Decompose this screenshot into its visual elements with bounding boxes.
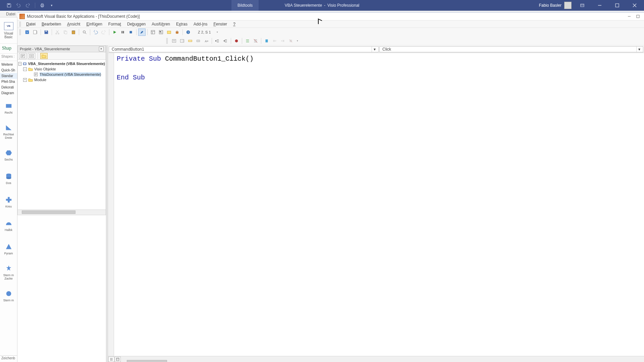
toolbar-grip[interactable]: [166, 38, 168, 44]
folder-modules[interactable]: + Module: [18, 77, 105, 82]
menu-view[interactable]: Ansicht: [64, 21, 83, 27]
outdent-icon[interactable]: [222, 37, 229, 45]
menu-format[interactable]: Format: [106, 21, 124, 27]
chevron-down-icon[interactable]: ▾: [636, 47, 642, 52]
project-hscrollbar[interactable]: [17, 210, 106, 215]
insert-module-icon[interactable]: [32, 28, 39, 36]
toolbar-grip[interactable]: [19, 29, 21, 35]
undo-icon[interactable]: [92, 28, 99, 36]
redo-icon[interactable]: [100, 28, 107, 36]
shape-cross[interactable]: Kreu: [0, 190, 17, 214]
stencil-item[interactable]: Dekorati: [0, 84, 17, 90]
shape-rectangle[interactable]: Recht: [0, 97, 17, 120]
sheet-tab[interactable]: Zeichenb: [0, 355, 17, 362]
toggle-breakpoint-icon[interactable]: [233, 37, 240, 45]
qat-customize-icon[interactable]: ▼: [49, 2, 55, 8]
find-icon[interactable]: [81, 28, 88, 36]
contextual-tab[interactable]: Bildtools: [231, 0, 259, 11]
break-icon[interactable]: [119, 28, 126, 36]
menu-tools[interactable]: Extras: [173, 21, 190, 27]
minimize-button[interactable]: [593, 0, 606, 11]
menu-debug[interactable]: Debuggen: [124, 21, 148, 27]
menu-run[interactable]: Ausführen: [149, 21, 173, 27]
vba-minimize-button[interactable]: [625, 13, 633, 19]
print-icon[interactable]: [39, 2, 45, 8]
shape-right-triangle[interactable]: Rechtwi Dreie: [0, 120, 17, 143]
stencil-item[interactable]: Quick-Sh: [0, 67, 17, 73]
shape-hexagon[interactable]: Sechs: [0, 143, 17, 167]
object-dropdown[interactable]: CommandButton1 ▾: [109, 46, 379, 52]
maximize-button[interactable]: [610, 0, 624, 11]
procedure-view-icon[interactable]: [108, 357, 114, 362]
stencil-item[interactable]: Weitere: [0, 62, 17, 67]
comment-block-icon[interactable]: [244, 37, 251, 45]
redo-icon[interactable]: [25, 2, 31, 8]
uncomment-block-icon[interactable]: [252, 37, 259, 45]
ribbon-options-icon[interactable]: [576, 0, 589, 11]
menu-window[interactable]: Fenster: [211, 21, 230, 27]
toolbar-overflow[interactable]: [216, 28, 218, 36]
view-visio-icon[interactable]: [23, 28, 31, 36]
vba-titlebar[interactable]: Microsoft Visual Basic for Applications …: [17, 12, 644, 20]
next-bookmark-icon[interactable]: [271, 37, 278, 45]
list-properties-icon[interactable]: [170, 37, 178, 45]
toggle-folders-icon[interactable]: [40, 53, 48, 59]
list-constants-icon[interactable]: [178, 37, 186, 45]
copy-icon[interactable]: [62, 28, 69, 36]
help-icon[interactable]: ?: [184, 28, 192, 36]
stencil-item[interactable]: Diagram: [0, 90, 17, 96]
menu-edit[interactable]: Bearbeiten: [39, 21, 64, 27]
project-root[interactable]: − VBA_Steuerelemente (VBA Steuerelemente…: [18, 61, 105, 66]
vba-maximize-button[interactable]: [634, 13, 642, 19]
toggle-bookmark-icon[interactable]: [263, 37, 270, 45]
shape-star[interactable]: Stern m: [0, 284, 17, 308]
toolbar-overflow[interactable]: [297, 37, 299, 45]
menu-insert[interactable]: Einfügen: [84, 21, 105, 27]
complete-word-icon[interactable]: A+: [203, 37, 210, 45]
close-button[interactable]: [628, 0, 641, 11]
prev-bookmark-icon[interactable]: [279, 37, 286, 45]
toolbox-icon[interactable]: [173, 28, 181, 36]
project-tree[interactable]: − VBA_Steuerelemente (VBA Steuerelemente…: [17, 60, 106, 210]
indent-icon[interactable]: [214, 37, 221, 45]
full-module-view-icon[interactable]: [115, 357, 121, 362]
menu-help[interactable]: ?: [230, 21, 238, 27]
quick-info-icon[interactable]: [186, 37, 194, 45]
parameter-info-icon[interactable]: [195, 37, 202, 45]
code-editor[interactable]: Private Sub CommandButton1_Click() End S…: [108, 53, 644, 356]
paste-icon[interactable]: [70, 28, 77, 36]
file-tab[interactable]: Datei: [3, 11, 19, 17]
folder-visio-objects[interactable]: − Visio Objekte: [18, 66, 105, 72]
menu-addins[interactable]: Add-Ins: [191, 21, 210, 27]
stencil-item[interactable]: Pfeil-Sha: [0, 79, 17, 84]
shape-pyramid[interactable]: Pyram: [0, 237, 17, 261]
menu-file[interactable]: Datei: [23, 21, 38, 27]
properties-icon[interactable]: [157, 28, 165, 36]
code-text[interactable]: Private Sub CommandButton1_Click() End S…: [117, 54, 644, 82]
design-mode-icon[interactable]: [138, 28, 146, 36]
close-icon[interactable]: ✕: [99, 47, 104, 51]
project-explorer-icon[interactable]: [149, 28, 157, 36]
visual-basic-button[interactable]: VB Visual Basic: [0, 17, 17, 44]
save-icon[interactable]: [43, 28, 50, 36]
run-icon[interactable]: [111, 28, 118, 36]
reset-icon[interactable]: [127, 28, 135, 36]
view-object-icon[interactable]: [28, 53, 35, 59]
shape-star-points[interactable]: Stern m Zacke: [0, 261, 17, 284]
project-explorer-title[interactable]: Projekt - VBA_Steuerelemente ✕: [17, 46, 106, 52]
clear-bookmarks-icon[interactable]: [287, 37, 294, 45]
shapes-search[interactable]: Shapes :: [0, 54, 17, 61]
procedure-dropdown[interactable]: Click ▾: [379, 46, 643, 52]
thisdocument-item[interactable]: ThisDocument (VBA Steuerelemente): [18, 72, 105, 77]
shape-can[interactable]: Dos: [0, 167, 17, 190]
object-browser-icon[interactable]: [165, 28, 173, 36]
save-icon[interactable]: [6, 2, 12, 8]
cut-icon[interactable]: [54, 28, 61, 36]
code-margin[interactable]: [108, 53, 114, 356]
undo-icon[interactable]: [15, 2, 21, 8]
shape-halfcircle[interactable]: Halbk: [0, 214, 17, 237]
view-code-icon[interactable]: [19, 53, 26, 59]
account-button[interactable]: Fabio Basler: [539, 2, 572, 9]
menubar-grip[interactable]: [19, 21, 21, 27]
chevron-down-icon[interactable]: ▾: [372, 47, 377, 52]
